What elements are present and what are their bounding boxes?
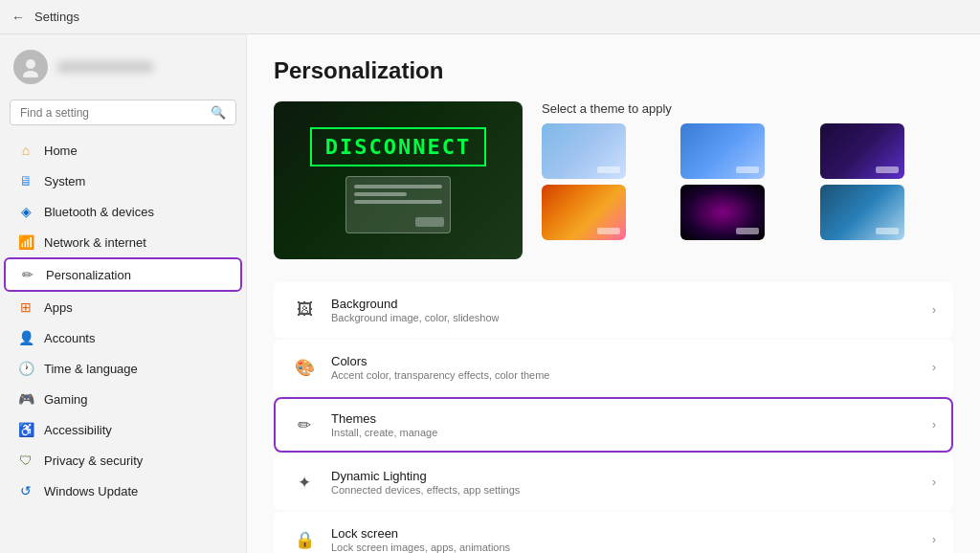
setting-icon-themes: ✏ <box>291 411 318 438</box>
preview-line-3 <box>354 200 442 204</box>
search-input[interactable] <box>20 106 205 120</box>
nav-icon-accessibility: ♿ <box>17 421 34 438</box>
sidebar-item-network[interactable]: 📶 Network & internet <box>4 227 242 257</box>
nav-label-personalization: Personalization <box>46 268 131 282</box>
nav-icon-system: 🖥 <box>17 172 34 189</box>
setting-name-colors: Colors <box>331 354 919 368</box>
setting-icon-colors: 🎨 <box>291 354 318 381</box>
nav-icon-personalization: ✏ <box>19 266 36 283</box>
theme-picker: Select a theme to apply <box>542 101 953 240</box>
setting-item-lock-screen[interactable]: 🔒 Lock screen Lock screen images, apps, … <box>274 512 953 553</box>
nav-label-accounts: Accounts <box>44 331 95 345</box>
theme-thumb-1[interactable] <box>542 123 626 179</box>
setting-name-lock-screen: Lock screen <box>331 526 919 541</box>
nav-icon-home: ⌂ <box>17 142 34 159</box>
theme-thumb-3[interactable] <box>820 123 904 179</box>
back-button[interactable]: ← <box>11 10 25 25</box>
setting-text-colors: Colors Accent color, transparency effect… <box>331 354 919 381</box>
setting-icon-lock-screen: 🔒 <box>291 526 318 553</box>
sidebar-item-apps[interactable]: ⊞ Apps <box>4 292 242 322</box>
nav-label-network: Network & internet <box>44 235 146 250</box>
user-name <box>57 61 153 73</box>
sidebar-item-time[interactable]: 🕐 Time & language <box>4 353 242 384</box>
sidebar-item-home[interactable]: ⌂ Home <box>4 135 242 166</box>
sidebar-item-accessibility[interactable]: ♿ Accessibility <box>4 414 242 445</box>
nav-icon-network: 📶 <box>17 233 34 251</box>
nav-icon-accounts: 👤 <box>17 329 34 346</box>
preview-line-1 <box>354 185 442 188</box>
setting-desc-dynamic-lighting: Connected devices, effects, app settings <box>331 484 919 496</box>
sidebar-item-personalization[interactable]: ✏ Personalization <box>4 257 242 292</box>
setting-chevron-colors: › <box>932 361 936 374</box>
setting-desc-lock-screen: Lock screen images, apps, animations <box>331 542 919 553</box>
setting-desc-themes: Install, create, manage <box>331 427 919 438</box>
setting-chevron-themes: › <box>932 418 936 431</box>
setting-desc-colors: Accent color, transparency effects, colo… <box>331 369 919 381</box>
search-box[interactable]: 🔍 <box>10 100 236 125</box>
preview-btn <box>415 217 444 227</box>
theme-thumb-6[interactable] <box>820 185 904 240</box>
sidebar-item-gaming[interactable]: 🎮 Gaming <box>4 384 242 414</box>
setting-name-dynamic-lighting: Dynamic Lighting <box>331 469 919 483</box>
theme-section: DISCONNECT Select a theme to apply <box>274 101 953 259</box>
setting-item-background[interactable]: 🖼 Background Background image, color, sl… <box>274 282 953 338</box>
setting-name-background: Background <box>331 297 919 311</box>
setting-name-themes: Themes <box>331 411 919 426</box>
setting-text-dynamic-lighting: Dynamic Lighting Connected devices, effe… <box>331 469 919 496</box>
setting-icon-dynamic-lighting: ✦ <box>291 469 318 496</box>
nav-label-home: Home <box>44 144 78 158</box>
theme-preview: DISCONNECT <box>274 101 523 259</box>
theme-picker-title: Select a theme to apply <box>542 101 953 116</box>
sidebar: 🔍 ⌂ Home 🖥 System ◈ Bluetooth & devices … <box>0 34 247 553</box>
nav-icon-apps: ⊞ <box>17 299 34 316</box>
sidebar-item-accounts[interactable]: 👤 Accounts <box>4 322 242 353</box>
nav-icon-time: 🕐 <box>17 360 34 377</box>
setting-item-colors[interactable]: 🎨 Colors Accent color, transparency effe… <box>274 340 953 395</box>
theme-thumb-5[interactable] <box>680 185 765 240</box>
title-bar: ← Settings <box>0 0 980 34</box>
nav-label-privacy: Privacy & security <box>44 453 143 468</box>
nav-label-apps: Apps <box>44 300 73 315</box>
theme-grid <box>542 123 953 240</box>
sidebar-item-bluetooth[interactable]: ◈ Bluetooth & devices <box>4 196 242 227</box>
main-layout: 🔍 ⌂ Home 🖥 System ◈ Bluetooth & devices … <box>0 34 980 553</box>
settings-list: 🖼 Background Background image, color, sl… <box>274 282 953 553</box>
nav-label-update: Windows Update <box>44 484 138 498</box>
setting-chevron-dynamic-lighting: › <box>932 476 936 489</box>
nav-icon-bluetooth: ◈ <box>17 203 34 220</box>
sidebar-item-system[interactable]: 🖥 System <box>4 166 242 196</box>
content-area: Personalization DISCONNECT <box>247 34 980 553</box>
user-section <box>0 42 246 96</box>
avatar <box>13 50 48 84</box>
preview-lines <box>346 177 450 211</box>
setting-text-themes: Themes Install, create, manage <box>331 411 919 438</box>
nav-icon-update: ↺ <box>17 482 34 499</box>
nav-icon-privacy: 🛡 <box>17 452 34 469</box>
setting-chevron-background: › <box>932 303 936 317</box>
setting-item-dynamic-lighting[interactable]: ✦ Dynamic Lighting Connected devices, ef… <box>274 454 953 510</box>
nav-label-bluetooth: Bluetooth & devices <box>44 205 154 219</box>
setting-icon-background: 🖼 <box>291 297 318 323</box>
title-bar-label: Settings <box>34 10 79 24</box>
preview-line-2 <box>354 192 407 196</box>
sidebar-item-privacy[interactable]: 🛡 Privacy & security <box>4 445 242 476</box>
nav-items: ⌂ Home 🖥 System ◈ Bluetooth & devices 📶 … <box>0 135 246 506</box>
setting-chevron-lock-screen: › <box>932 533 936 546</box>
sidebar-item-update[interactable]: ↺ Windows Update <box>4 476 242 506</box>
theme-thumb-2[interactable] <box>680 123 765 179</box>
page-title: Personalization <box>274 57 953 84</box>
setting-text-background: Background Background image, color, slid… <box>331 297 919 323</box>
nav-label-system: System <box>44 174 85 188</box>
search-icon: 🔍 <box>211 105 226 120</box>
setting-desc-background: Background image, color, slideshow <box>331 312 919 323</box>
preview-window <box>345 176 451 233</box>
setting-item-themes[interactable]: ✏ Themes Install, create, manage › <box>274 397 953 453</box>
nav-label-gaming: Gaming <box>44 392 88 407</box>
nav-label-accessibility: Accessibility <box>44 423 112 437</box>
theme-preview-inner: DISCONNECT <box>274 101 523 259</box>
svg-point-0 <box>26 59 35 69</box>
disconnect-text: DISCONNECT <box>310 127 486 166</box>
theme-thumb-4[interactable] <box>542 185 626 240</box>
setting-text-lock-screen: Lock screen Lock screen images, apps, an… <box>331 526 919 553</box>
nav-icon-gaming: 🎮 <box>17 390 34 408</box>
